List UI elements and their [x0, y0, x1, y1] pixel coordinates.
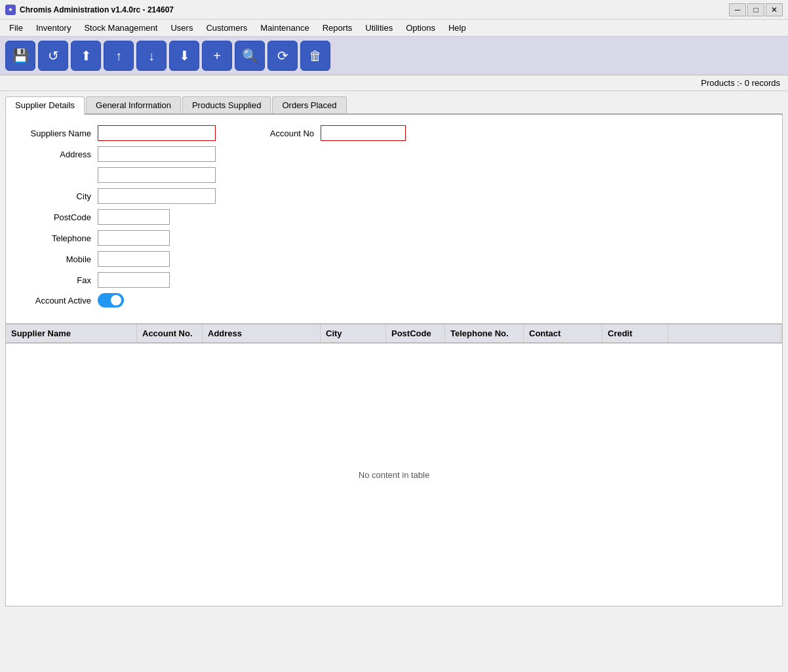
- menu-item-help[interactable]: Help: [442, 21, 473, 35]
- tab-general-information[interactable]: General Information: [86, 96, 181, 113]
- city-input[interactable]: [98, 188, 216, 204]
- move-down-button[interactable]: ↓: [136, 41, 167, 71]
- app-title: Chromis Administration v1.4.0rc - 214607: [20, 5, 174, 14]
- col-header-postcode: PostCode: [386, 325, 445, 342]
- address2-row: [19, 167, 769, 183]
- titlebar-controls[interactable]: ─ □ ✕: [729, 3, 783, 16]
- titlebar-left: ✦ Chromis Administration v1.4.0rc - 2146…: [5, 5, 174, 15]
- menu-item-stock-management[interactable]: Stock Management: [77, 21, 164, 35]
- toggle-slider: [98, 293, 124, 307]
- col-header-address: Address: [203, 325, 321, 342]
- col-header-contact: Contact: [524, 325, 602, 342]
- mobile-input[interactable]: [98, 251, 170, 267]
- main-content: Supplier DetailsGeneral InformationProdu…: [0, 91, 788, 612]
- minimize-button[interactable]: ─: [729, 3, 746, 16]
- suppliers-name-row: Suppliers Name Account No: [19, 125, 769, 141]
- address1-row: Address: [19, 146, 769, 162]
- col-header-: [668, 325, 782, 342]
- col-header-supplier-name: Supplier Name: [6, 325, 137, 342]
- menu-item-options[interactable]: Options: [399, 21, 442, 35]
- account-no-label: Account No: [242, 128, 321, 138]
- account-active-toggle[interactable]: [98, 293, 124, 307]
- menu-item-reports[interactable]: Reports: [316, 21, 359, 35]
- save-button[interactable]: 💾: [5, 41, 35, 71]
- mobile-label: Mobile: [19, 254, 98, 264]
- fax-row: Fax: [19, 272, 769, 288]
- fax-label: Fax: [19, 275, 98, 285]
- move-down-bottom-button[interactable]: ⬇: [169, 41, 199, 71]
- address-label: Address: [19, 149, 98, 159]
- col-header-account-no-: Account No.: [137, 325, 203, 342]
- col-header-telephone-no-: Telephone No.: [445, 325, 524, 342]
- menu-item-customers[interactable]: Customers: [199, 21, 254, 35]
- suppliers-name-label: Suppliers Name: [19, 128, 98, 138]
- tab-products-supplied[interactable]: Products Supplied: [182, 96, 271, 113]
- sync-button[interactable]: ⟳: [267, 41, 298, 71]
- city-row: City: [19, 188, 769, 204]
- account-active-label: Account Active: [19, 296, 98, 306]
- toolbar: 💾↺⬆↑↓⬇+🔍⟳🗑: [0, 37, 788, 75]
- form-area: Suppliers Name Account No Address City P…: [5, 115, 783, 324]
- menubar: FileInventoryStock ManagementUsersCustom…: [0, 20, 788, 37]
- menu-item-utilities[interactable]: Utilities: [359, 21, 399, 35]
- table-body: No content in table: [6, 344, 782, 606]
- add-button[interactable]: +: [202, 41, 232, 71]
- account-no-input[interactable]: [321, 125, 406, 141]
- refresh-button[interactable]: ↺: [38, 41, 68, 71]
- city-label: City: [19, 191, 98, 201]
- menu-item-maintenance[interactable]: Maintenance: [254, 21, 315, 35]
- delete-button[interactable]: 🗑: [300, 41, 330, 71]
- fax-input[interactable]: [98, 272, 170, 288]
- tab-supplier-details[interactable]: Supplier Details: [5, 96, 85, 115]
- empty-table-text: No content in table: [359, 470, 429, 480]
- statusbar: Products :- 0 records: [0, 75, 788, 91]
- account-active-row: Account Active: [19, 293, 769, 307]
- table-header: Supplier NameAccount No.AddressCityPostC…: [6, 325, 782, 344]
- titlebar: ✦ Chromis Administration v1.4.0rc - 2146…: [0, 0, 788, 20]
- maximize-button[interactable]: □: [747, 3, 764, 16]
- table-area: Supplier NameAccount No.AddressCityPostC…: [5, 324, 783, 606]
- address1-input[interactable]: [98, 146, 216, 162]
- postcode-label: PostCode: [19, 212, 98, 222]
- col-header-city: City: [321, 325, 386, 342]
- address2-input[interactable]: [98, 167, 216, 183]
- close-button[interactable]: ✕: [766, 3, 783, 16]
- col-header-credit: Credit: [602, 325, 668, 342]
- postcode-input[interactable]: [98, 209, 170, 225]
- telephone-row: Telephone: [19, 230, 769, 246]
- move-up-top-button[interactable]: ⬆: [71, 41, 101, 71]
- menu-item-users[interactable]: Users: [164, 21, 199, 35]
- mobile-row: Mobile: [19, 251, 769, 267]
- status-text: Products :- 0 records: [701, 78, 780, 88]
- tab-bar: Supplier DetailsGeneral InformationProdu…: [5, 96, 783, 115]
- suppliers-name-input[interactable]: [98, 125, 216, 141]
- menu-item-file[interactable]: File: [3, 21, 30, 35]
- tab-orders-placed[interactable]: Orders Placed: [272, 96, 346, 113]
- postcode-row: PostCode: [19, 209, 769, 225]
- app-icon: ✦: [5, 5, 16, 15]
- menu-item-inventory[interactable]: Inventory: [30, 21, 77, 35]
- telephone-label: Telephone: [19, 233, 98, 243]
- move-up-button[interactable]: ↑: [104, 41, 134, 71]
- telephone-input[interactable]: [98, 230, 170, 246]
- search-button[interactable]: 🔍: [235, 41, 265, 71]
